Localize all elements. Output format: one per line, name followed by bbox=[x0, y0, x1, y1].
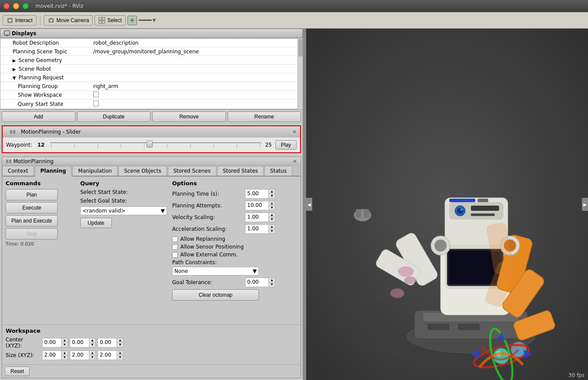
add-tool-button[interactable]: + bbox=[127, 16, 137, 25]
size-y-down[interactable]: ▼ bbox=[89, 355, 95, 360]
planning-time-down[interactable]: ▼ bbox=[269, 194, 275, 198]
planning-group-label: Planning Group bbox=[0, 82, 91, 90]
center-y-up[interactable]: ▲ bbox=[89, 338, 95, 343]
slider-track[interactable] bbox=[50, 142, 261, 143]
goal-tolerance-up[interactable]: ▲ bbox=[269, 278, 275, 282]
tab-status[interactable]: Status bbox=[265, 166, 292, 176]
tab-planning[interactable]: Planning bbox=[35, 166, 72, 177]
plan-button[interactable]: Plan bbox=[6, 189, 58, 200]
tab-manipulation[interactable]: Manipulation bbox=[72, 166, 118, 176]
mp-header-icon bbox=[6, 158, 12, 164]
planning-attempts-down[interactable]: ▼ bbox=[269, 206, 275, 210]
tab-stored-states[interactable]: Stored States bbox=[217, 166, 264, 176]
clear-octomap-button[interactable]: Clear octomap bbox=[172, 289, 259, 301]
size-z-up[interactable]: ▲ bbox=[117, 351, 123, 355]
display-row-robot-desc[interactable]: Robot Description robot_description bbox=[0, 39, 302, 47]
scroll-thumb[interactable] bbox=[298, 39, 303, 56]
tool-line bbox=[139, 20, 152, 21]
planning-time-spin[interactable]: 5.00 ▲ ▼ bbox=[245, 189, 275, 199]
wm-close-btn[interactable] bbox=[3, 3, 10, 9]
velocity-scaling-spin[interactable]: 1.00 ▲ ▼ bbox=[245, 213, 275, 222]
size-y-spin[interactable]: 2.00 ▲ ▼ bbox=[70, 351, 96, 360]
planning-request-expander[interactable]: ▼ bbox=[13, 75, 17, 80]
planning-attempts-spin[interactable]: 10.00 ▲ ▼ bbox=[245, 201, 275, 210]
accel-scaling-down[interactable]: ▼ bbox=[269, 229, 275, 233]
panel-expand-left[interactable]: ◀ bbox=[306, 198, 312, 211]
move-camera-button[interactable]: Move Camera bbox=[44, 15, 93, 26]
goal-combo-box[interactable]: <random valid> ▼ bbox=[80, 206, 167, 215]
planning-time-row: Planning Time (s): 5.00 ▲ ▼ bbox=[172, 189, 297, 199]
svg-rect-31 bbox=[471, 206, 499, 211]
display-row-planning-group[interactable]: Planning Group right_arm bbox=[0, 82, 302, 91]
scene-geometry-expander[interactable]: ▶ bbox=[13, 58, 17, 63]
show-workspace-checkbox[interactable] bbox=[93, 92, 99, 97]
rename-button[interactable]: Rename bbox=[228, 111, 301, 122]
center-x-up[interactable]: ▲ bbox=[62, 338, 68, 343]
planning-attempts-row: Planning Attempts: 10.00 ▲ ▼ bbox=[172, 201, 297, 210]
tab-stored-scenes[interactable]: Stored Scenes bbox=[168, 166, 216, 176]
tab-context[interactable]: Context bbox=[2, 166, 34, 176]
size-y-up[interactable]: ▲ bbox=[89, 351, 95, 355]
allow-replanning-checkbox[interactable] bbox=[172, 236, 178, 242]
wm-max-btn[interactable] bbox=[23, 3, 29, 9]
tab-scene-objects[interactable]: Scene Objects bbox=[118, 166, 167, 176]
remove-button[interactable]: Remove bbox=[152, 111, 226, 122]
tool-dropdown[interactable]: ▼ bbox=[139, 18, 156, 23]
scroll-track[interactable] bbox=[297, 38, 303, 109]
size-z-down[interactable]: ▼ bbox=[117, 355, 123, 360]
center-z-down[interactable]: ▼ bbox=[117, 343, 123, 347]
scene-robot-expander[interactable]: ▶ bbox=[13, 67, 17, 72]
allow-sensor-checkbox[interactable] bbox=[172, 244, 178, 250]
panel-expand-right[interactable]: ▶ bbox=[582, 198, 588, 211]
displays-list[interactable]: Robot Description robot_description Plan… bbox=[0, 38, 303, 109]
goal-tolerance-down[interactable]: ▼ bbox=[269, 282, 275, 287]
goal-tolerance-spin[interactable]: 0.00 ▲ ▼ bbox=[245, 278, 275, 287]
svg-point-41 bbox=[434, 239, 447, 252]
duplicate-button[interactable]: Duplicate bbox=[77, 111, 151, 122]
select-button[interactable]: Select bbox=[95, 15, 125, 26]
center-x-down[interactable]: ▼ bbox=[62, 343, 68, 347]
center-z-spin[interactable]: 0.00 ▲ ▼ bbox=[98, 338, 124, 347]
center-x-spin[interactable]: 0.00 ▲ ▼ bbox=[42, 338, 68, 347]
planning-time-spinbtns: ▲ ▼ bbox=[268, 190, 275, 198]
wm-min-btn[interactable] bbox=[13, 3, 19, 9]
slider-thumb[interactable] bbox=[147, 141, 153, 147]
update-button[interactable]: Update bbox=[80, 218, 112, 228]
center-y-spin[interactable]: 0.00 ▲ ▼ bbox=[70, 338, 96, 347]
reset-button[interactable]: Reset bbox=[5, 367, 29, 376]
plan-execute-button[interactable]: Plan and Execute bbox=[6, 215, 58, 226]
camera-icon bbox=[48, 17, 55, 24]
size-x-spin[interactable]: 2.00 ▲ ▼ bbox=[42, 351, 68, 360]
size-x-up[interactable]: ▲ bbox=[62, 351, 68, 355]
display-row-scene-robot[interactable]: ▶ Scene Robot bbox=[0, 65, 302, 73]
path-constraints-combo[interactable]: None ▼ bbox=[172, 267, 259, 275]
display-row-planning-request[interactable]: ▼ Planning Request bbox=[0, 73, 302, 82]
velocity-scaling-up[interactable]: ▲ bbox=[269, 213, 275, 217]
planning-request-value bbox=[91, 77, 302, 79]
center-y-down[interactable]: ▼ bbox=[89, 343, 95, 347]
goal-combo-value: <random valid> bbox=[82, 208, 125, 214]
displays-title: Displays bbox=[12, 30, 36, 36]
execute-button[interactable]: Execute bbox=[6, 202, 58, 213]
interact-button[interactable]: Interact bbox=[3, 15, 36, 26]
center-z-up[interactable]: ▲ bbox=[117, 338, 123, 343]
mp-slider-close[interactable]: ✕ bbox=[292, 129, 297, 135]
stop-button[interactable]: Stop bbox=[6, 228, 58, 239]
planning-time-up[interactable]: ▲ bbox=[269, 190, 275, 194]
accel-scaling-spin[interactable]: 1.00 ▲ ▼ bbox=[245, 224, 275, 234]
accel-scaling-up[interactable]: ▲ bbox=[269, 225, 275, 229]
display-row-query-start[interactable]: Query Start State bbox=[0, 100, 302, 109]
query-start-checkbox[interactable] bbox=[93, 101, 99, 106]
play-button[interactable]: Play bbox=[275, 140, 297, 150]
display-row-planning-scene[interactable]: Planning Scene Topic /move_group/monitor… bbox=[0, 47, 302, 56]
size-z-spin[interactable]: 2.00 ▲ ▼ bbox=[98, 351, 124, 360]
display-row-scene-geometry[interactable]: ▶ Scene Geometry bbox=[0, 56, 302, 65]
add-button[interactable]: Add bbox=[2, 111, 75, 122]
planning-attempts-up[interactable]: ▲ bbox=[269, 201, 275, 206]
velocity-scaling-down[interactable]: ▼ bbox=[269, 217, 275, 222]
mp-close[interactable]: ✕ bbox=[293, 158, 297, 164]
goal-combo-row: <random valid> ▼ bbox=[80, 206, 167, 215]
allow-external-checkbox[interactable] bbox=[172, 252, 178, 258]
size-x-down[interactable]: ▼ bbox=[62, 355, 68, 360]
display-row-show-workspace[interactable]: Show Workspace bbox=[0, 91, 302, 100]
